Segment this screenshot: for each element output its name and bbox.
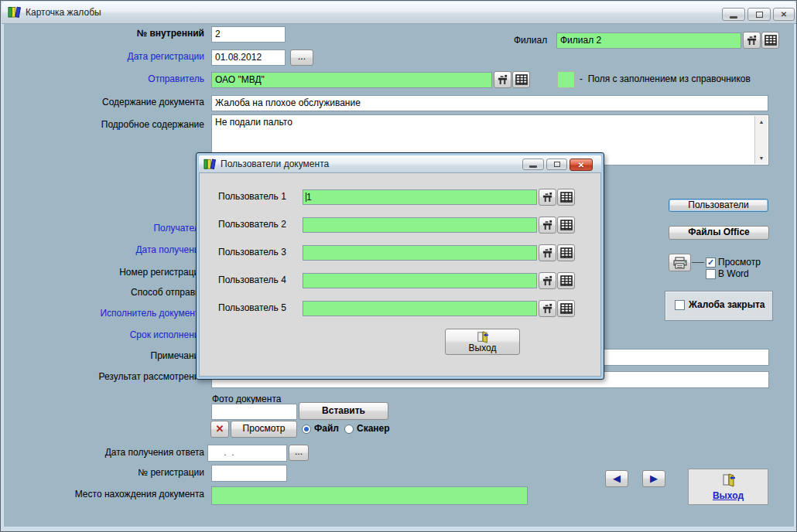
- user1-label: Пользователь 1: [218, 192, 286, 202]
- window-title: Карточка жалобы: [26, 8, 101, 18]
- app-books-icon: [204, 158, 217, 170]
- location-field[interactable]: [211, 486, 528, 505]
- maximize-button[interactable]: [747, 8, 771, 21]
- users-dialog: Пользователи документа ✕ Пользователь 1 …: [196, 152, 604, 380]
- user5-table-button[interactable]: [557, 300, 575, 317]
- table-grid-icon: [560, 275, 573, 286]
- minimize-icon: [529, 165, 537, 168]
- printer-icon: [672, 257, 688, 269]
- photo-delete-button[interactable]: ✕: [210, 421, 229, 438]
- sender-label: Отправитель: [4, 74, 204, 84]
- photo-path-field[interactable]: [211, 404, 297, 420]
- photo-insert-button[interactable]: Вставить: [299, 402, 388, 420]
- user4-directory-button[interactable]: [539, 272, 556, 289]
- radio-file[interactable]: [302, 425, 311, 434]
- directory-cabinet-icon: [542, 275, 553, 286]
- minimize-button[interactable]: [722, 8, 745, 21]
- answer-no-label: № регистрации: [4, 468, 204, 478]
- table-grid-icon: [560, 220, 573, 230]
- print-preview-checkbox[interactable]: ✓: [706, 257, 716, 268]
- answer-date-field[interactable]: . .: [207, 445, 287, 462]
- executor-label: Исполнитель документа: [4, 309, 204, 319]
- answer-no-field[interactable]: [211, 465, 287, 482]
- legend-text: - Поля с заполнением из справочников: [580, 74, 751, 84]
- table-grid-icon: [765, 35, 777, 46]
- next-arrow-icon: ▶: [650, 472, 658, 484]
- scroll-up-icon[interactable]: ▲: [755, 116, 768, 128]
- photo-preview-button[interactable]: Просмотр: [231, 421, 297, 438]
- user5-label: Пользователь 5: [218, 303, 286, 313]
- complaint-closed-label: Жалоба закрыта: [689, 300, 765, 310]
- internal-no-field[interactable]: 2: [211, 26, 286, 43]
- directory-cabinet-icon: [542, 247, 553, 258]
- sender-directory-button[interactable]: [494, 71, 511, 88]
- dialog-close-button[interactable]: ✕: [570, 159, 593, 171]
- recipient-label: Получатель: [4, 223, 204, 234]
- reg-date-field[interactable]: 01.08.2012: [211, 49, 286, 66]
- sender-table-button[interactable]: [512, 71, 530, 88]
- table-grid-icon: [560, 247, 573, 258]
- user4-field[interactable]: [303, 273, 537, 288]
- dialog-exit-button[interactable]: Выход: [445, 329, 520, 355]
- answer-date-browse-button[interactable]: ...: [289, 445, 309, 461]
- dialog-minimize-button[interactable]: [522, 159, 544, 170]
- prev-arrow-icon: ◀: [613, 472, 621, 484]
- reg-date-label: Дата регистрации: [4, 52, 204, 62]
- prev-record-button[interactable]: ◀: [605, 470, 628, 487]
- details-scrollbar[interactable]: ▲ ▼: [754, 116, 768, 164]
- print-preview-check-label: Просмотр: [718, 257, 761, 268]
- reg-date-browse-button[interactable]: ...: [290, 49, 313, 66]
- main-exit-button[interactable]: Выход: [688, 469, 768, 505]
- user3-table-button[interactable]: [557, 244, 575, 261]
- user3-field[interactable]: [303, 245, 537, 261]
- due-date-label: Срок исполнения: [4, 330, 204, 340]
- main-exit-label: Выход: [689, 490, 768, 501]
- branch-table-button[interactable]: [761, 32, 779, 49]
- print-connector-line: [692, 262, 704, 263]
- receive-date-label: Дата получения: [4, 245, 204, 255]
- branch-field[interactable]: Филиал 2: [556, 32, 741, 49]
- print-button[interactable]: [669, 254, 691, 271]
- radio-file-label: Файл: [314, 424, 339, 434]
- exit-door-icon: [722, 473, 736, 487]
- radio-scanner[interactable]: [344, 425, 354, 434]
- user1-table-button[interactable]: [557, 189, 575, 206]
- user3-label: Пользователь 3: [218, 247, 286, 257]
- maximize-icon: [554, 162, 560, 167]
- directory-cabinet-icon: [542, 192, 553, 203]
- scroll-down-icon[interactable]: ▼: [755, 152, 768, 164]
- dialog-exit-label: Выход: [446, 343, 519, 353]
- complaint-card-window: Карточка жалобы ✕ № внутренний 2 Дата ре…: [0, 0, 797, 532]
- user1-field[interactable]: 1: [303, 189, 537, 205]
- table-grid-icon: [560, 303, 573, 314]
- user5-field[interactable]: [303, 301, 537, 316]
- office-files-button[interactable]: Файлы Office: [669, 226, 769, 240]
- close-button[interactable]: ✕: [773, 8, 795, 21]
- dialog-title: Пользователи документа: [221, 159, 329, 169]
- complaint-closed-checkbox[interactable]: [675, 300, 685, 310]
- print-word-checkbox[interactable]: [706, 269, 716, 279]
- dialog-titlebar: Пользователи документа ✕: [199, 155, 601, 172]
- user4-table-button[interactable]: [557, 272, 575, 289]
- maximize-icon: [756, 12, 763, 18]
- directory-cabinet-icon: [497, 74, 508, 85]
- app-books-icon: [8, 5, 22, 19]
- branch-directory-button[interactable]: [743, 32, 761, 49]
- user2-directory-button[interactable]: [539, 217, 556, 234]
- user2-table-button[interactable]: [557, 217, 575, 234]
- close-icon: ✕: [578, 161, 584, 169]
- details-label: Подробное содержание: [4, 120, 204, 130]
- user3-directory-button[interactable]: [539, 244, 556, 261]
- next-record-button[interactable]: ▶: [642, 470, 665, 487]
- answer-date-label: Дата получения ответа: [4, 448, 204, 458]
- branch-label: Филиал: [514, 36, 547, 46]
- sender-field[interactable]: ОАО "МВД": [211, 72, 492, 88]
- users-button[interactable]: Пользователи: [669, 199, 768, 212]
- details-text: Не подали пальто: [215, 118, 292, 128]
- user5-directory-button[interactable]: [539, 300, 556, 317]
- directory-cabinet-icon: [746, 35, 758, 46]
- user2-field[interactable]: [303, 217, 537, 233]
- user1-directory-button[interactable]: [539, 189, 556, 206]
- dialog-maximize-button[interactable]: [546, 159, 567, 170]
- content-field[interactable]: Жалоба на плохое обслуживание: [211, 95, 768, 111]
